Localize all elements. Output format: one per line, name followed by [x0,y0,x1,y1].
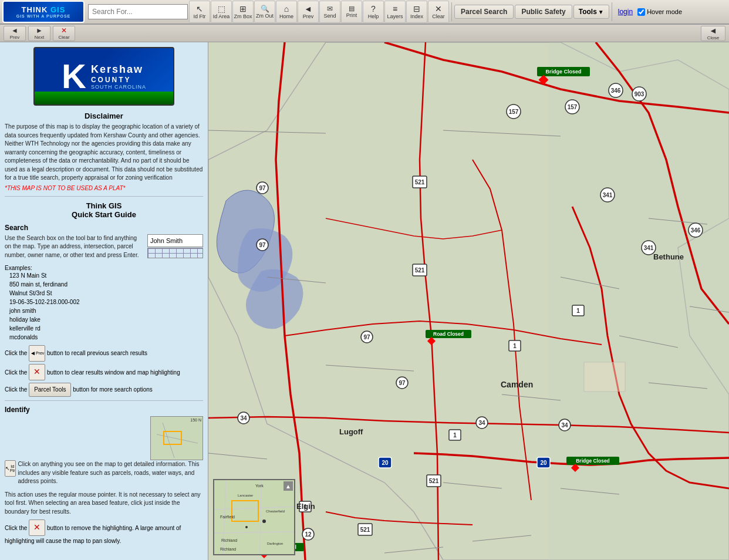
id-ftr-icon: ↖ [196,5,203,13]
svg-text:97: 97 [399,380,406,386]
svg-text:Richland: Richland [220,547,236,551]
overview-toggle-button[interactable]: ▲ [284,481,293,491]
next-nav-button[interactable]: ► Next [28,26,50,41]
svg-text:34: 34 [478,420,485,426]
clear-demo-btn[interactable]: ✕ [29,364,45,380]
svg-text:34: 34 [561,422,568,429]
close-panel-button[interactable]: ◄ Close [701,26,725,41]
parcel-search-button[interactable]: Parcel Search [454,5,514,19]
home-icon: ⌂ [284,5,289,13]
svg-text:Richland: Richland [221,538,237,542]
search-section-title: Search [5,224,203,232]
svg-text:1: 1 [576,308,580,314]
main-content: K Kershaw COUNTY SOUTH CAROLINA Disclaim… [0,42,729,560]
example-3: Walnut St/3rd St [9,289,203,298]
zm-box-button[interactable]: ⊞ Zm Box [232,1,254,23]
send-button[interactable]: ✉ Send [319,1,340,23]
id-ftr-demo-btn[interactable]: ↖Id Ftr [5,460,16,477]
section-divider-2 [5,400,203,401]
svg-text:Bridge Closed: Bridge Closed [576,458,610,464]
tools-menu-button[interactable]: Tools ▼ [573,5,609,19]
nav-toolbar: ◄ Prev ► Next ✕ Clear ◄ Close [0,25,729,42]
prev-nav-icon: ◄ [11,26,18,35]
examples-section: Examples: 123 N Main St 850 main st, fer… [5,264,203,342]
hover-mode-checkbox[interactable] [637,8,645,16]
example-5: john smith [9,306,203,315]
search-section: Use the Search box on the tool bar to fi… [5,234,203,262]
clear-button[interactable]: ✕ Clear [428,1,449,23]
clear-highlight-section: Click the ✕ button to remove the highlig… [5,519,203,546]
svg-text:20: 20 [382,460,389,466]
example-8: mcdonalds [9,333,203,342]
example-6: holiday lake [9,315,203,324]
svg-rect-21 [584,362,625,392]
examples-label: Examples: [5,265,37,271]
print-button[interactable]: ▤ Print [341,1,362,23]
parcel-tools-line: Click the Parcel Tools button for more s… [5,383,203,397]
county-logo: K Kershaw COUNTY SOUTH CAROLINA [33,47,174,106]
svg-point-90 [262,519,266,523]
prev-desc-line: Click the ◄Prev button to recall previou… [5,345,203,362]
county-logo-k: K [62,59,86,93]
svg-text:1: 1 [453,432,457,438]
svg-text:34: 34 [240,415,247,421]
search-input[interactable] [88,4,188,19]
disclaimer-warning: *THIS MAP IS NOT TO BE USED AS A PLAT* [5,185,203,191]
main-toolbar: THINK GIS GIS WITH A PURPOSE ↖ Id Ftr ⬚ … [0,0,729,25]
svg-text:Bridge Closed: Bridge Closed [545,69,581,75]
svg-text:903: 903 [635,91,644,97]
home-button[interactable]: ⌂ Home [276,1,297,23]
clear-demo-btn-2[interactable]: ✕ [29,519,45,536]
elgin-label: Elgin [296,502,315,511]
svg-text:York: York [255,484,264,488]
county-logo-arc [35,92,173,104]
prev-icon: ◄ [304,5,312,13]
county-sub2: SOUTH CAROLINA [91,84,146,90]
svg-text:346: 346 [611,87,621,94]
svg-rect-5 [549,42,729,560]
examples-list: 123 N Main St 850 main st, ferdinand Wal… [9,271,203,342]
left-panel: K Kershaw COUNTY SOUTH CAROLINA Disclaim… [0,42,208,560]
lugoff-label: Lugoff [339,427,363,436]
prev-nav-button[interactable]: ◄ Prev [4,26,26,41]
prev-button[interactable]: ◄ Prev [298,1,319,23]
public-safety-button[interactable]: Public Safety [515,5,572,19]
example-1: 123 N Main St [9,271,203,280]
map-area[interactable]: Bridge Closed Road Closed Bridge Closed … [208,42,729,560]
svg-text:521: 521 [415,179,425,185]
hover-mode-toggle[interactable]: Hover mode [637,8,682,16]
identify-text2: This action uses the regular mouse point… [5,491,203,517]
prev-demo-btn[interactable]: ◄Prev [29,345,45,362]
svg-text:Fairfield: Fairfield [220,515,235,519]
search-demo-input[interactable] [147,234,203,247]
id-area-button[interactable]: ⬚ Id Area [211,1,232,23]
id-ftr-button[interactable]: ↖ Id Ftr [189,1,210,23]
svg-text:Lancaster: Lancaster [238,494,253,497]
login-link[interactable]: login [618,8,633,16]
next-nav-icon: ► [36,26,43,35]
layers-button[interactable]: ≡ Layers [384,1,406,23]
disclaimer-text: The purpose of this map is to display th… [5,123,203,183]
identify-section: 150 N ↖Id Ftr Click on anything you see … [5,416,203,488]
prev-clear-section: Click the ◄Prev button to recall previou… [5,345,203,397]
overview-svg: York Lancaster Chesterfield Fairfield Da… [214,480,295,555]
close-panel-icon: ◄ [709,26,717,35]
send-icon: ✉ [327,5,333,12]
mini-map: 150 N [150,416,203,460]
clear-icon: ✕ [435,5,442,13]
print-icon: ▤ [349,5,355,12]
svg-text:157: 157 [568,104,578,110]
zm-out-button[interactable]: 🔍 Zm Out [254,1,275,23]
overview-map: York Lancaster Chesterfield Fairfield Da… [213,479,295,555]
clear-nav-button[interactable]: ✕ Clear [53,26,75,41]
disclaimer-title: Disclaimer [5,112,203,120]
parcel-tools-demo-btn[interactable]: Parcel Tools [29,383,71,397]
bethune-label: Bethune [653,252,684,261]
svg-text:12: 12 [305,531,312,538]
identify-desc-text: Click on anything you see on the map to … [18,460,203,486]
clear-nav-icon: ✕ [61,26,67,35]
help-button[interactable]: ? Help [363,1,384,23]
id-area-icon: ⬚ [218,5,225,13]
index-button[interactable]: ⊟ Index [406,1,427,23]
svg-text:346: 346 [691,227,701,234]
